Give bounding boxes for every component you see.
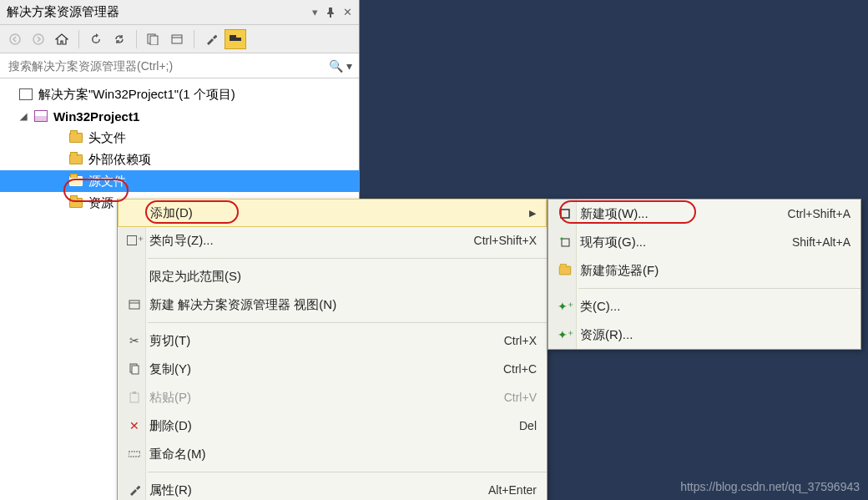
existing-icon bbox=[553, 236, 577, 248]
svg-rect-13 bbox=[133, 391, 136, 394]
menu-properties[interactable]: 属性(R) Alt+Enter bbox=[118, 476, 547, 500]
search-icon[interactable]: 🔍 ▾ bbox=[329, 59, 352, 73]
folder-external[interactable]: 外部依赖项 bbox=[0, 149, 359, 170]
show-all-icon[interactable] bbox=[144, 29, 164, 49]
svg-rect-14 bbox=[129, 452, 140, 457]
svg-rect-6 bbox=[230, 38, 241, 41]
menu-class[interactable]: ✦⁺ 类(C)... bbox=[548, 292, 860, 321]
menu-paste: 粘贴(P) Ctrl+V bbox=[118, 383, 547, 412]
wrench-icon bbox=[123, 484, 146, 496]
folder-label: 外部依赖项 bbox=[88, 152, 151, 168]
menu-shortcut: Ctrl+V bbox=[504, 391, 537, 404]
home-icon[interactable] bbox=[52, 29, 72, 49]
svg-rect-3 bbox=[150, 36, 158, 45]
menu-label: 限定为此范围(S) bbox=[146, 269, 537, 285]
collapse-icon[interactable] bbox=[167, 29, 187, 49]
menu-label: 新建 解决方案资源管理器 视图(N) bbox=[146, 297, 537, 313]
svg-rect-12 bbox=[130, 393, 139, 402]
svg-rect-8 bbox=[129, 301, 139, 309]
menu-label: 新建项(W)... bbox=[577, 206, 788, 222]
folder-source[interactable]: 源文件 bbox=[0, 170, 359, 192]
submenu-arrow-icon: ▶ bbox=[529, 208, 536, 219]
panel-title-text: 解决方案资源管理器 bbox=[7, 4, 119, 20]
copy-icon bbox=[123, 363, 146, 375]
menu-scope[interactable]: 限定为此范围(S) bbox=[118, 262, 547, 290]
nav-back-icon[interactable] bbox=[5, 29, 25, 49]
menu-shortcut: Shift+Alt+A bbox=[792, 235, 850, 249]
menu-label: 粘贴(P) bbox=[146, 390, 504, 406]
context-menu-main: 添加(D) ▶ 🞎⁺ 类向导(Z)... Ctrl+Shift+X 限定为此范围… bbox=[117, 199, 548, 500]
menu-label: 类向导(Z)... bbox=[146, 233, 474, 249]
menu-shortcut: Ctrl+X bbox=[504, 334, 537, 347]
menu-cut[interactable]: ✂ 剪切(T) Ctrl+X bbox=[118, 326, 547, 355]
filter-icon bbox=[553, 265, 577, 275]
project-label: Win32Project1 bbox=[53, 109, 139, 124]
toolbar bbox=[0, 25, 359, 53]
project-icon bbox=[33, 109, 48, 123]
folder-headers[interactable]: 头文件 bbox=[0, 127, 359, 149]
resource-icon: ✦⁺ bbox=[553, 328, 577, 341]
menu-newfilter[interactable]: 新建筛选器(F) bbox=[548, 256, 860, 285]
folder-icon bbox=[68, 153, 83, 166]
newitem-icon bbox=[553, 208, 577, 220]
context-menu-add: 新建项(W)... Ctrl+Shift+A 现有项(G)... Shift+A… bbox=[548, 199, 861, 350]
svg-rect-16 bbox=[562, 239, 569, 246]
menu-newitem[interactable]: 新建项(W)... Ctrl+Shift+A bbox=[548, 199, 860, 228]
menu-label: 属性(R) bbox=[146, 482, 488, 498]
menu-shortcut: Alt+Enter bbox=[488, 483, 537, 497]
menu-shortcut: Del bbox=[519, 419, 537, 432]
nav-fwd-icon[interactable] bbox=[28, 29, 48, 49]
expand-icon[interactable]: ◢ bbox=[20, 111, 27, 122]
svg-point-1 bbox=[33, 34, 43, 44]
menu-label: 新建筛选器(F) bbox=[577, 263, 850, 279]
close-icon[interactable]: ✕ bbox=[343, 6, 352, 18]
solution-label: 解决方案"Win32Project1"(1 个项目) bbox=[38, 87, 235, 103]
pin-icon[interactable] bbox=[326, 8, 335, 18]
menu-copy[interactable]: 复制(Y) Ctrl+C bbox=[118, 355, 547, 383]
menu-label: 剪切(T) bbox=[146, 333, 504, 349]
menu-resource[interactable]: ✦⁺ 资源(R)... bbox=[548, 321, 860, 349]
classwiz-icon: 🞎⁺ bbox=[123, 234, 146, 247]
delete-icon: ✕ bbox=[123, 419, 146, 432]
menu-add[interactable]: 添加(D) ▶ bbox=[118, 199, 547, 227]
menu-shortcut: Ctrl+Shift+A bbox=[788, 207, 850, 220]
menu-label: 复制(Y) bbox=[146, 361, 503, 377]
menu-classwizard[interactable]: 🞎⁺ 类向导(Z)... Ctrl+Shift+X bbox=[118, 226, 547, 255]
watermark: https://blog.csdn.net/qq_37596943 bbox=[680, 480, 860, 493]
menu-label: 重命名(M) bbox=[146, 447, 537, 462]
panel-titlebar: 解决方案资源管理器 ▾ ✕ bbox=[0, 0, 359, 25]
menu-newview[interactable]: 新建 解决方案资源管理器 视图(N) bbox=[118, 290, 547, 319]
project-node[interactable]: ◢ Win32Project1 bbox=[0, 105, 359, 127]
search-input[interactable] bbox=[7, 58, 329, 73]
dropdown-icon[interactable]: ▾ bbox=[312, 6, 318, 18]
menu-label: 添加(D) bbox=[147, 205, 522, 221]
preview-selected-icon[interactable] bbox=[225, 29, 246, 49]
menu-label: 类(C)... bbox=[577, 299, 850, 315]
svg-rect-15 bbox=[561, 210, 569, 218]
solution-node[interactable]: 解决方案"Win32Project1"(1 个项目) bbox=[0, 83, 359, 105]
folder-label: 头文件 bbox=[88, 130, 126, 146]
svg-point-0 bbox=[10, 34, 20, 44]
folder-icon bbox=[68, 131, 83, 144]
solution-icon bbox=[18, 88, 33, 101]
menu-existingitem[interactable]: 现有项(G)... Shift+Alt+A bbox=[548, 228, 860, 256]
refresh-icon[interactable] bbox=[86, 29, 106, 49]
menu-label: 资源(R)... bbox=[577, 327, 850, 343]
svg-rect-4 bbox=[172, 35, 182, 43]
sync-icon[interactable] bbox=[109, 29, 129, 49]
search-box[interactable]: 🔍 ▾ bbox=[0, 53, 359, 78]
properties-icon[interactable] bbox=[201, 29, 221, 49]
folder-icon bbox=[68, 196, 83, 210]
svg-rect-7 bbox=[230, 35, 236, 38]
newview-icon bbox=[123, 299, 146, 311]
menu-label: 删除(D) bbox=[146, 418, 519, 434]
menu-shortcut: Ctrl+Shift+X bbox=[474, 234, 537, 247]
menu-delete[interactable]: ✕ 删除(D) Del bbox=[118, 412, 547, 440]
menu-label: 现有项(G)... bbox=[577, 235, 792, 250]
folder-label: 源文件 bbox=[88, 174, 126, 189]
class-icon: ✦⁺ bbox=[553, 300, 577, 313]
svg-rect-11 bbox=[132, 366, 139, 374]
menu-shortcut: Ctrl+C bbox=[503, 362, 537, 376]
folder-label: 资源 bbox=[88, 195, 114, 211]
menu-rename[interactable]: 重命名(M) bbox=[118, 440, 547, 468]
